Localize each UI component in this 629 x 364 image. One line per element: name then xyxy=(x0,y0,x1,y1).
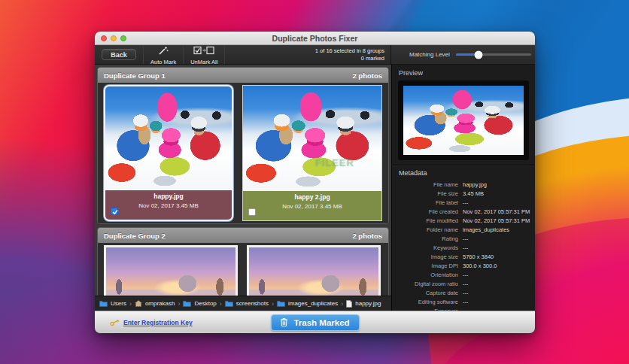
preview-frame xyxy=(398,80,529,160)
window-title: Duplicate Photos Fixer xyxy=(95,34,535,43)
metadata-row: Image DPI300.0 x 300.0 xyxy=(392,261,535,270)
metadata-label: Metadata xyxy=(392,169,535,177)
photo-filename: happy.jpg xyxy=(105,193,232,200)
breadcrumb-separator: › xyxy=(341,300,343,308)
metadata-row: Digital zoom ratio--- xyxy=(392,279,535,288)
preview-image xyxy=(403,86,524,155)
trash-marked-label: Trash Marked xyxy=(293,318,349,327)
registration-link-wrap[interactable]: Enter Registration Key xyxy=(110,319,193,326)
photo-image: FILEER xyxy=(243,86,381,191)
group-2-count: 2 photos xyxy=(352,232,382,240)
matching-level-label: Matching Level xyxy=(409,51,450,58)
folder-icon xyxy=(183,300,191,307)
breadcrumb-separator: › xyxy=(220,300,222,308)
folder-icon xyxy=(277,300,285,307)
breadcrumb-desktop[interactable]: Desktop xyxy=(183,300,216,307)
toolbar-left: Back Auto Mark UnMark All 1 xyxy=(95,45,391,64)
slider-thumb[interactable] xyxy=(474,50,482,59)
key-icon xyxy=(110,319,120,326)
group-1-count: 2 photos xyxy=(352,71,382,80)
group-1-title: Duplicate Group 1 xyxy=(104,71,166,80)
file-icon xyxy=(346,300,352,308)
metadata-row: Capture date--- xyxy=(392,288,535,297)
group-2-title: Duplicate Group 2 xyxy=(104,232,166,240)
duplicate-group-1: Duplicate Group 1 2 photos happy.jpg No xyxy=(97,67,389,224)
breadcrumb-separator: › xyxy=(178,300,180,308)
metadata-row: Image size5760 x 3840 xyxy=(392,252,535,261)
photo-date-size: Nov 02, 2017 3.45 MB xyxy=(105,202,232,209)
duplicate-group-2: Duplicate Group 2 2 photos xyxy=(97,227,389,296)
breadcrumb: Users › omprakash › Desktop › xyxy=(95,296,391,311)
folder-icon xyxy=(225,300,233,307)
photo-thumbnail-happy[interactable]: happy.jpg Nov 02, 2017 3.45 MB xyxy=(104,85,233,221)
ski-selfie-photo xyxy=(105,86,232,190)
ski-selfie-photo xyxy=(243,86,381,191)
metadata-row: Folder nameimages_duplicates xyxy=(392,225,535,234)
breadcrumb-screenshots[interactable]: screenshots xyxy=(225,300,269,307)
metadata-row: File createdNov 02, 2017 05:57:31 PM xyxy=(392,207,535,216)
selection-count-text: 1 of 16 selected in 8 groups xyxy=(315,47,384,55)
matching-level-slider[interactable] xyxy=(456,53,531,56)
trash-icon xyxy=(280,317,288,327)
matching-level-section: Matching Level xyxy=(391,45,535,64)
metadata-rows[interactable]: File namehappy.jpg File size3.45 MB File… xyxy=(392,180,535,311)
stock-watermark: FILEER xyxy=(315,157,354,168)
metadata-row: Rating--- xyxy=(392,234,535,243)
photo-thumbnail-happy2[interactable]: FILEER happy 2.jpg Nov 02, 2017 3.45 MB xyxy=(242,85,382,221)
metadata-row: Orientation--- xyxy=(392,270,535,279)
breadcrumb-separator: › xyxy=(272,300,274,308)
toolbar-divider xyxy=(224,45,225,64)
toolbar: Back Auto Mark UnMark All 1 xyxy=(95,45,535,65)
mark-checkbox-checked[interactable] xyxy=(111,208,118,215)
magic-wand-icon xyxy=(158,44,169,58)
enter-registration-key-link[interactable]: Enter Registration Key xyxy=(123,319,193,326)
group-2-header[interactable]: Duplicate Group 2 2 photos xyxy=(98,228,388,243)
auto-mark-button[interactable]: Auto Mark xyxy=(144,45,183,64)
back-button[interactable]: Back xyxy=(102,49,136,60)
metadata-section: Metadata File namehappy.jpg File size3.4… xyxy=(392,165,535,311)
breadcrumb-images-duplicates[interactable]: images_duplicates xyxy=(277,300,338,307)
main-content: Duplicate Group 1 2 photos happy.jpg No xyxy=(95,65,535,311)
venice-sunset-photo xyxy=(106,247,235,296)
mark-checkbox-unchecked[interactable] xyxy=(248,208,256,216)
app-window: Duplicate Photos Fixer Back Auto Mark xyxy=(95,32,535,333)
footer-bar: Enter Registration Key Trash Marked xyxy=(95,311,535,333)
breadcrumb-happy-jpg[interactable]: happy.jpg xyxy=(346,300,381,308)
photo-thumbnail-venice-2[interactable] xyxy=(247,245,381,296)
group-1-header[interactable]: Duplicate Group 1 2 photos xyxy=(98,68,388,83)
preview-label: Preview xyxy=(392,65,535,77)
groups-list[interactable]: Duplicate Group 1 2 photos happy.jpg No xyxy=(97,67,389,296)
photo-caption: happy.jpg Nov 02, 2017 3.45 MB xyxy=(105,190,232,220)
group-2-photos xyxy=(98,243,388,296)
metadata-row: File size3.45 MB xyxy=(392,189,535,198)
metadata-row: Keywords--- xyxy=(392,243,535,252)
folder-icon xyxy=(99,300,108,307)
metadata-row: File label--- xyxy=(392,198,535,207)
photo-caption: happy 2.jpg Nov 02, 2017 3.45 MB xyxy=(243,191,381,220)
breadcrumb-omprakash[interactable]: omprakash xyxy=(135,300,175,307)
metadata-row: File modifiedNov 02, 2017 05:57:31 PM xyxy=(392,216,535,225)
unmark-all-button[interactable]: UnMark All xyxy=(184,45,224,64)
detail-pane: Preview Metadata File namehappy.jpg File… xyxy=(391,65,535,311)
marked-count-text: 0 marked xyxy=(315,55,384,62)
desktop: Duplicate Photos Fixer Back Auto Mark xyxy=(0,0,629,364)
unmark-checkbox-icon xyxy=(193,44,214,58)
metadata-row: File namehappy.jpg xyxy=(392,180,535,189)
metadata-row: Editing software--- xyxy=(392,297,535,306)
trash-marked-button[interactable]: Trash Marked xyxy=(271,314,360,331)
breadcrumb-users[interactable]: Users xyxy=(99,300,126,307)
venice-sunset-photo xyxy=(249,247,378,296)
selection-summary: 1 of 16 selected in 8 groups 0 marked xyxy=(315,47,390,62)
title-bar[interactable]: Duplicate Photos Fixer xyxy=(95,32,535,45)
breadcrumb-separator: › xyxy=(129,300,132,308)
photo-filename: happy 2.jpg xyxy=(243,193,381,201)
photo-date-size: Nov 02, 2017 3.45 MB xyxy=(243,203,381,210)
group-1-photos: happy.jpg Nov 02, 2017 3.45 MB xyxy=(98,83,388,223)
photo-image xyxy=(105,86,232,190)
home-icon xyxy=(135,300,142,307)
duplicates-pane: Duplicate Group 1 2 photos happy.jpg No xyxy=(95,65,391,311)
photo-thumbnail-venice-1[interactable] xyxy=(104,245,238,296)
